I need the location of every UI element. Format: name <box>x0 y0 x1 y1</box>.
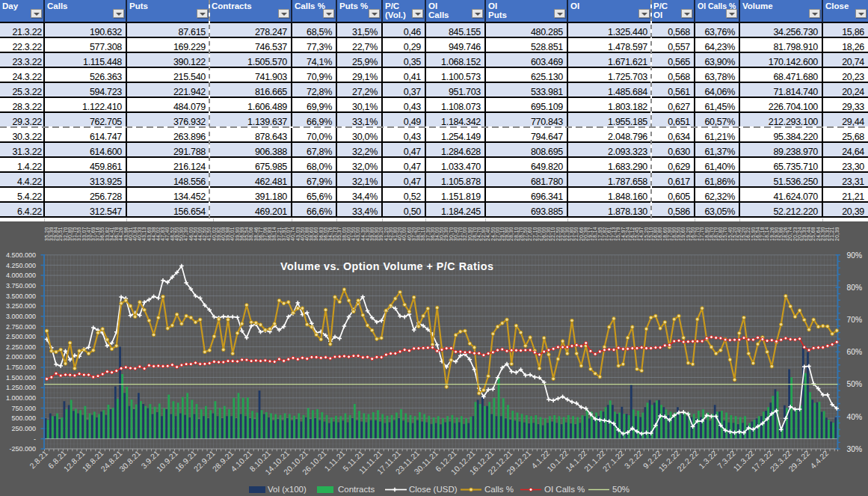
svg-text:70%: 70% <box>847 316 863 324</box>
svg-text:3.500.000: 3.500.000 <box>6 293 36 300</box>
svg-text:2.250.000: 2.250.000 <box>6 343 36 351</box>
svg-text:-250.000: -250.000 <box>9 445 36 453</box>
svg-text:OI Calls %: OI Calls % <box>544 485 585 494</box>
svg-text:2.000.000: 2.000.000 <box>6 353 36 361</box>
svg-text:30%: 30% <box>847 445 863 453</box>
svg-text:Calls %: Calls % <box>484 485 514 494</box>
svg-text:4.000.000: 4.000.000 <box>6 272 36 279</box>
svg-text:80%: 80% <box>847 284 863 292</box>
svg-text:3.000.000: 3.000.000 <box>6 313 36 320</box>
svg-text:2.750.000: 2.750.000 <box>6 323 36 331</box>
svg-text:1.250.000: 1.250.000 <box>6 384 36 391</box>
svg-text:1.500.000: 1.500.000 <box>6 374 36 382</box>
svg-text:3.250.000: 3.250.000 <box>6 302 36 310</box>
svg-text:-: - <box>34 435 36 443</box>
svg-text:90%: 90% <box>847 251 863 260</box>
svg-text:40%: 40% <box>847 413 863 421</box>
svg-text:500.000: 500.000 <box>11 414 36 422</box>
svg-text:60%: 60% <box>847 348 863 356</box>
svg-text:20,39: 20,39 <box>834 227 840 241</box>
svg-text:Volume vs. Option Volume + P/C: Volume vs. Option Volume + P/C Ratios <box>280 260 493 272</box>
svg-text:4.250.000: 4.250.000 <box>6 262 36 269</box>
svg-text:250.000: 250.000 <box>11 425 36 432</box>
svg-text:50%: 50% <box>612 485 630 494</box>
svg-text:750.000: 750.000 <box>11 405 36 412</box>
svg-text:1.000.000: 1.000.000 <box>6 394 36 402</box>
svg-text:3.750.000: 3.750.000 <box>6 282 36 290</box>
svg-text:Vol (x100): Vol (x100) <box>268 485 307 494</box>
svg-text:Close (USD): Close (USD) <box>409 485 458 494</box>
svg-text:Contracts: Contracts <box>338 485 375 494</box>
svg-text:50%: 50% <box>847 380 863 388</box>
svg-text:2.500.000: 2.500.000 <box>6 333 36 340</box>
svg-text:1.750.000: 1.750.000 <box>6 364 36 371</box>
svg-text:4.500.000: 4.500.000 <box>6 251 36 259</box>
